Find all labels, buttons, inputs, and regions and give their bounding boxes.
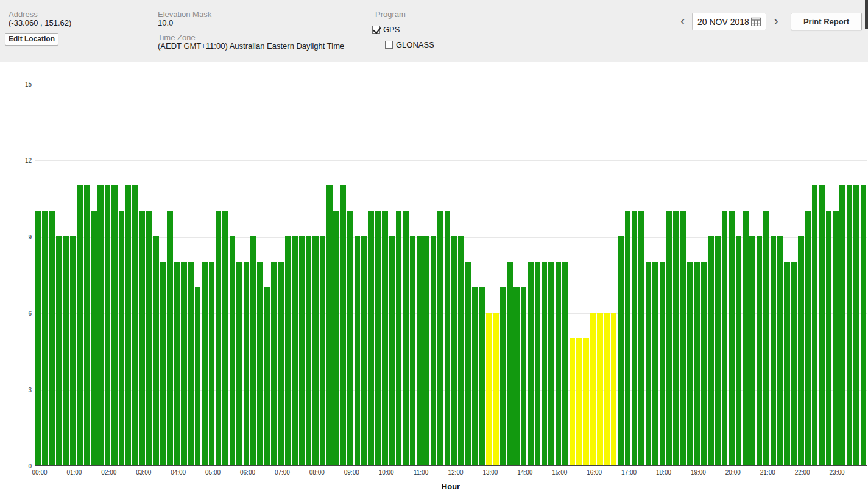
satellite-count-bar (431, 236, 436, 465)
satellite-count-bar (548, 262, 554, 465)
satellite-count-bar (320, 236, 325, 465)
gps-checkbox-label: GPS (383, 25, 400, 34)
satellite-count-bar (715, 236, 721, 465)
satellite-count-bar (417, 236, 422, 465)
x-tick-label: 15:00 (552, 469, 567, 476)
satellite-count-bar (562, 262, 568, 465)
x-tick-label: 12:00 (448, 469, 463, 476)
edit-location-button[interactable]: Edit Location (5, 33, 58, 46)
satellite-count-bar (347, 211, 353, 465)
x-tick-label: 10:00 (379, 469, 394, 476)
satellite-count-bar (479, 287, 485, 465)
satellite-count-bar (271, 262, 277, 465)
satellite-count-bar (70, 236, 76, 465)
satellite-count-bar (570, 338, 575, 465)
satellite-count-bar (722, 211, 727, 465)
satellite-count-bar (618, 236, 623, 465)
date-picker-field[interactable]: 20 NOV 2018 (692, 13, 766, 30)
x-tick-label: 01:00 (66, 469, 82, 476)
satellite-count-bar (701, 262, 707, 465)
satellite-count-bar (285, 236, 291, 465)
print-report-button[interactable]: Print Report (791, 13, 862, 30)
satellite-count-bar (375, 211, 381, 465)
x-tick-label: 18:00 (656, 469, 671, 476)
satellite-count-bar (819, 185, 824, 465)
satellite-count-bar (306, 236, 311, 465)
x-tick-label: 02:00 (101, 469, 116, 476)
satellite-count-bar (853, 185, 859, 465)
x-tick-label: 14:00 (517, 469, 532, 476)
satellite-count-bar (507, 262, 512, 465)
satellite-count-bar (382, 211, 387, 465)
satellite-count-bar (355, 236, 360, 465)
x-tick-label: 19:00 (691, 469, 706, 476)
x-tick-label: 23:00 (830, 469, 845, 476)
satellite-count-bar (694, 262, 699, 465)
satellite-count-bar (160, 262, 166, 465)
satellite-count-bar (604, 313, 609, 465)
satellite-count-bar (445, 211, 450, 465)
glonass-checkbox-label: GLONASS (396, 40, 434, 49)
satellite-count-bar (174, 262, 180, 465)
satellite-count-bar (486, 313, 492, 465)
satellite-count-bar (42, 211, 48, 465)
satellite-count-bar (465, 262, 471, 465)
satellite-count-bar (146, 211, 152, 465)
plot-area (35, 84, 867, 466)
satellite-count-bar (743, 211, 748, 465)
gps-checkbox[interactable] (372, 26, 380, 34)
satellite-count-bar (771, 236, 776, 465)
x-axis-title: Hour (442, 482, 460, 491)
satellite-count-bar (49, 211, 55, 465)
previous-day-chevron-left-icon[interactable]: ‹ (677, 15, 688, 29)
satellite-count-bar (244, 262, 249, 465)
program-label: Program (375, 10, 406, 19)
satellite-count-bar (195, 287, 200, 465)
calendar-icon[interactable] (751, 17, 761, 26)
satellite-count-bar (299, 236, 305, 465)
satellite-count-bar (257, 262, 263, 465)
satellite-count-bar (216, 211, 221, 465)
satellite-count-bar (757, 236, 762, 465)
glonass-checkbox-row[interactable]: GLONASS (385, 40, 434, 49)
satellite-count-bar (125, 185, 131, 465)
x-tick-label: 03:00 (136, 469, 151, 476)
satellite-count-bar (458, 236, 464, 465)
settings-header: Address (-33.060 , 151.62) Edit Location… (0, 0, 868, 62)
satellite-count-bar (763, 211, 769, 465)
satellite-count-bar (521, 287, 526, 465)
satellite-count-bar (646, 262, 651, 465)
satellite-count-bar (91, 211, 96, 465)
satellite-count-bar (805, 211, 811, 465)
satellite-count-bar (513, 287, 519, 465)
x-tick-label: 17:00 (621, 469, 637, 476)
gps-checkbox-row[interactable]: GPS (372, 25, 400, 34)
satellite-count-bar (361, 236, 367, 465)
satellite-count-bar (535, 262, 540, 465)
satellite-count-bar (798, 236, 803, 465)
satellite-count-bar (105, 185, 110, 465)
satellite-count-bar (132, 185, 138, 465)
x-tick-label: 07:00 (275, 469, 290, 476)
satellite-count-bar (611, 313, 616, 465)
satellite-count-bar (209, 262, 214, 465)
satellite-count-bar (673, 211, 679, 465)
satellite-count-bar (660, 262, 665, 465)
satellite-count-bar (389, 236, 395, 465)
satellite-count-bar (687, 262, 693, 465)
satellite-count-bar (784, 262, 789, 465)
x-tick-label: 11:00 (414, 469, 428, 476)
next-day-chevron-right-icon[interactable]: › (771, 15, 782, 29)
x-tick-label: 22:00 (795, 469, 810, 476)
satellite-count-bar (861, 185, 866, 465)
satellite-count-bar (749, 236, 755, 465)
address-value: (-33.060 , 151.62) (9, 18, 71, 27)
satellite-count-bar (839, 185, 845, 465)
scrollbar[interactable] (865, 0, 868, 29)
x-tick-label: 08:00 (309, 469, 325, 476)
glonass-checkbox[interactable] (385, 41, 393, 49)
y-tick-label: 0 (4, 463, 32, 470)
x-tick-label: 04:00 (171, 469, 186, 476)
satellite-count-bar (500, 287, 506, 465)
satellite-count-bar (202, 262, 207, 465)
